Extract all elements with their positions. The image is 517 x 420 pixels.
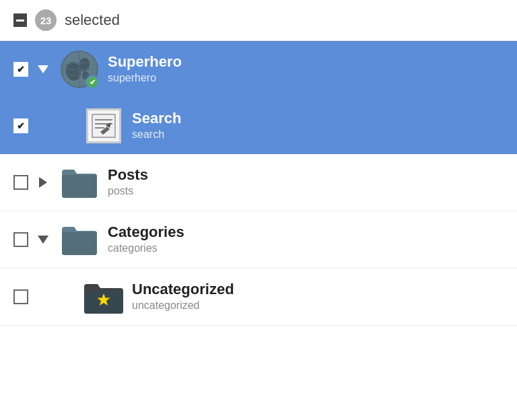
item-title-search: Search bbox=[132, 110, 504, 127]
checkbox-superhero[interactable] bbox=[13, 62, 28, 77]
checkbox-uncategorized[interactable] bbox=[13, 289, 28, 304]
item-subtitle-categories: categories bbox=[108, 242, 504, 256]
item-title-superhero: Superhero bbox=[108, 53, 504, 71]
item-text-superhero: Superherosuperhero bbox=[108, 53, 504, 85]
icon-posts bbox=[58, 161, 101, 204]
list-item-uncategorized[interactable]: Uncategorizeduncategorized bbox=[0, 269, 517, 326]
header-bar: 23 selected bbox=[0, 0, 517, 41]
item-text-posts: Postsposts bbox=[108, 166, 504, 198]
list-item-superhero[interactable]: ✔ Superherosuperhero bbox=[0, 41, 517, 98]
item-subtitle-search: search bbox=[132, 128, 504, 142]
deselect-all-icon[interactable] bbox=[13, 13, 27, 27]
icon-categories bbox=[58, 218, 101, 261]
selected-label: selected bbox=[65, 11, 120, 29]
item-subtitle-posts: posts bbox=[108, 184, 504, 199]
item-title-uncategorized: Uncategorized bbox=[132, 281, 504, 298]
item-title-posts: Posts bbox=[108, 166, 504, 184]
item-text-categories: Categoriescategories bbox=[108, 223, 504, 255]
item-text-uncategorized: Uncategorizeduncategorized bbox=[132, 281, 504, 312]
list-item-search[interactable]: Searchsearch bbox=[0, 98, 517, 154]
arrow-superhero[interactable] bbox=[35, 65, 51, 73]
icon-uncategorized bbox=[82, 275, 125, 318]
icon-search bbox=[82, 104, 125, 147]
arrow-posts[interactable] bbox=[35, 177, 51, 188]
checkbox-categories[interactable] bbox=[13, 232, 28, 247]
list-item-categories[interactable]: Categoriescategories bbox=[0, 211, 517, 269]
checkbox-posts[interactable] bbox=[13, 175, 28, 190]
verified-badge: ✔ bbox=[85, 75, 99, 89]
selected-count-badge: 23 bbox=[35, 9, 57, 31]
item-title-categories: Categories bbox=[108, 223, 504, 241]
item-subtitle-superhero: superhero bbox=[108, 71, 504, 85]
item-text-search: Searchsearch bbox=[132, 110, 504, 141]
list-item-posts[interactable]: Postsposts bbox=[0, 154, 517, 211]
arrow-categories[interactable] bbox=[35, 236, 51, 244]
checkbox-search[interactable] bbox=[13, 118, 28, 133]
item-list: ✔ Superherosuperhero Searchsearch Postsp… bbox=[0, 41, 517, 326]
item-subtitle-uncategorized: uncategorized bbox=[132, 299, 504, 313]
icon-superhero: ✔ bbox=[58, 48, 101, 91]
